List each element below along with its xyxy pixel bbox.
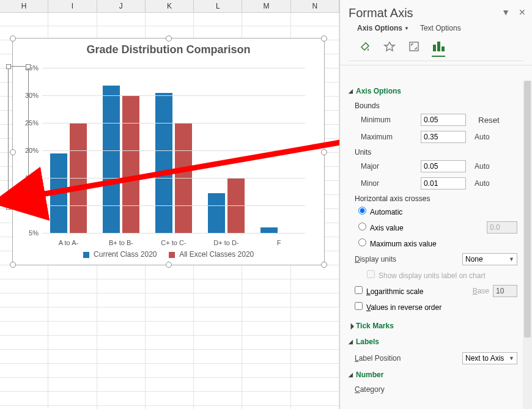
pane-title: Format Axis — [349, 6, 523, 20]
display-units-label: Display units — [355, 255, 396, 263]
col-header[interactable]: I — [48, 0, 97, 12]
category-label: Category — [355, 385, 410, 394]
format-axis-pane: Format Axis ▼ ✕ Axis Options▼ Text Optio… — [339, 0, 532, 409]
col-header[interactable]: L — [194, 0, 242, 12]
chart-legend[interactable]: Current Class 2020 All Excel Classes 202… — [13, 250, 324, 259]
auto-label: Auto — [475, 162, 501, 171]
display-units-combo[interactable]: None▼ — [462, 253, 517, 265]
close-icon[interactable]: ✕ — [519, 7, 526, 17]
chart-title[interactable]: Grade Distribution Comparison — [13, 43, 324, 56]
col-header[interactable]: N — [291, 0, 339, 12]
units-header: Units — [340, 146, 532, 158]
x-category-label: D+ to D- — [200, 239, 253, 246]
minimum-label: Minimum — [361, 116, 416, 124]
base-label: Base — [473, 287, 489, 295]
bounds-header: Bounds — [340, 99, 532, 111]
section-labels[interactable]: ◢Labels — [340, 334, 532, 350]
section-axis-options[interactable]: ◢Axis Options — [340, 83, 532, 99]
embedded-chart[interactable]: Grade Distribution Comparison A to A-B+ … — [12, 38, 325, 265]
bar[interactable] — [122, 95, 139, 233]
pane-menu-icon[interactable]: ▼ — [501, 7, 510, 17]
label-position-label: Label Position — [355, 354, 401, 363]
minimum-input[interactable] — [421, 114, 466, 126]
bar[interactable] — [155, 93, 172, 234]
major-input[interactable] — [421, 160, 466, 172]
svg-rect-5 — [441, 46, 445, 51]
log-scale-checkbox[interactable]: Logarithmic scale — [355, 286, 423, 296]
fill-icon[interactable] — [358, 40, 372, 53]
show-display-units-checkbox: Show display units label on chart — [367, 270, 486, 280]
y-tick-label: 5% — [18, 229, 39, 237]
maximum-input[interactable] — [421, 131, 466, 143]
col-header[interactable]: M — [242, 0, 290, 12]
minor-label: Minor — [361, 179, 416, 188]
effects-icon[interactable] — [383, 40, 396, 53]
size-properties-icon[interactable] — [407, 40, 421, 53]
label-position-combo[interactable]: Next to Axis▼ — [462, 352, 517, 364]
legend-swatch-icon — [83, 252, 89, 258]
major-label: Major — [361, 162, 416, 171]
vertical-axis-selected[interactable] — [8, 66, 29, 208]
svg-rect-3 — [433, 45, 436, 51]
x-category-label: B+ to B- — [95, 239, 147, 246]
maximum-label: Maximum — [361, 133, 416, 141]
radio-axis-value[interactable]: Axis value — [358, 223, 404, 232]
horizontal-axis-crosses-header: Horizontal axis crosses — [340, 192, 532, 204]
legend-label: All Excel Classes 2020 — [179, 250, 254, 259]
tab-axis-options[interactable]: Axis Options▼ — [357, 24, 409, 32]
x-category-label: C+ to C- — [147, 239, 200, 246]
bar[interactable] — [208, 193, 225, 233]
tab-text-options[interactable]: Text Options — [420, 24, 461, 32]
axis-options-icon[interactable] — [432, 40, 445, 57]
reverse-values-checkbox[interactable]: Values in reverse order — [355, 302, 441, 312]
col-header[interactable]: H — [0, 0, 48, 12]
svg-rect-2 — [410, 42, 418, 51]
bar[interactable] — [50, 153, 67, 234]
legend-swatch-icon — [169, 252, 175, 258]
svg-marker-1 — [385, 42, 394, 51]
radio-max-axis-value[interactable]: Maximum axis value — [358, 238, 437, 248]
axis-value-input — [487, 221, 517, 234]
legend-label: Current Class 2020 — [94, 250, 157, 259]
spreadsheet-column-headers: H I J K L M N — [0, 0, 339, 13]
col-header[interactable]: J — [97, 0, 146, 12]
reset-button[interactable]: Reset — [475, 115, 501, 125]
plot-area[interactable]: A to A-B+ to B-C+ to C-D+ to D-F 35%30%2… — [42, 68, 305, 233]
minor-input[interactable] — [421, 177, 466, 190]
section-tick-marks[interactable]: ◢Tick Marks — [340, 318, 532, 334]
x-category-label: F — [253, 239, 305, 246]
auto-label: Auto — [475, 133, 501, 141]
auto-label: Auto — [475, 179, 501, 188]
radio-automatic[interactable]: Automatic — [358, 207, 402, 216]
bar[interactable] — [103, 86, 120, 233]
pane-scrollbar[interactable] — [523, 81, 532, 409]
svg-rect-4 — [437, 42, 440, 51]
col-header[interactable]: K — [146, 0, 194, 12]
x-category-label: A to A- — [42, 239, 95, 246]
log-base-input — [493, 285, 517, 297]
section-number[interactable]: ◢Number — [340, 367, 532, 383]
bar[interactable] — [260, 227, 278, 233]
